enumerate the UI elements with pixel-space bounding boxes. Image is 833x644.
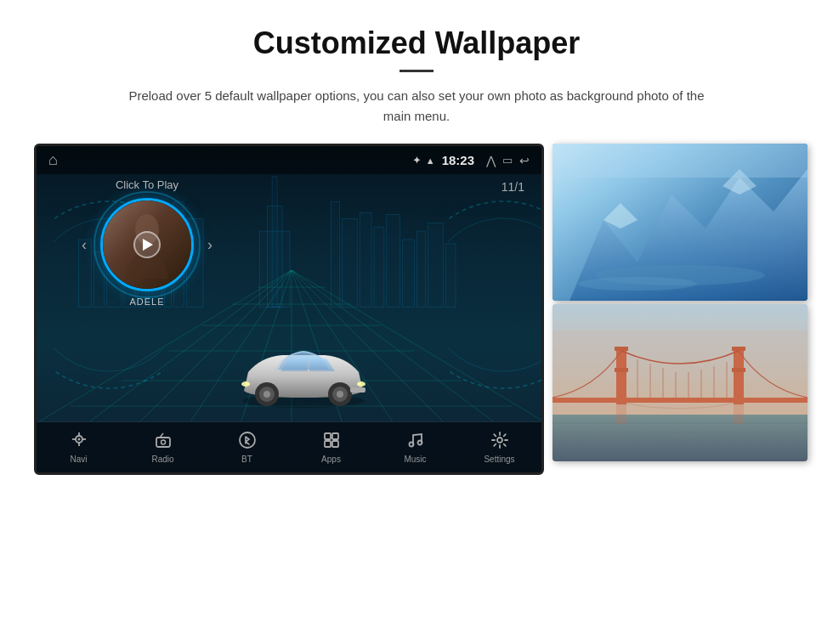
svg-rect-88 xyxy=(732,347,745,351)
svg-point-46 xyxy=(264,391,270,398)
nav-item-music[interactable]: Music xyxy=(373,431,457,464)
page-container: Customized Wallpaper Preload over 5 defa… xyxy=(0,0,833,492)
svg-rect-98 xyxy=(616,403,626,424)
music-icon xyxy=(406,431,425,452)
svg-point-40 xyxy=(448,201,544,388)
svg-rect-83 xyxy=(552,398,808,403)
svg-rect-86 xyxy=(615,368,628,372)
home-icon[interactable]: ⌂ xyxy=(48,151,58,169)
car-svg xyxy=(231,340,376,416)
bottom-nav: Navi Radio xyxy=(37,421,541,472)
music-panel: Click To Play xyxy=(71,178,224,307)
svg-rect-99 xyxy=(734,403,744,424)
title-divider xyxy=(400,70,434,72)
bluetooth-icon: ✦ xyxy=(412,154,422,167)
svg-rect-65 xyxy=(325,441,331,447)
nav-item-bt[interactable]: BT xyxy=(205,431,289,464)
status-bar: ⌂ ✦ ▲ 18:23 ⋀ ▭ ↩ xyxy=(37,146,541,174)
settings-icon xyxy=(490,431,509,452)
nav-item-apps[interactable]: Apps xyxy=(289,431,373,464)
nav-item-settings[interactable]: Settings xyxy=(457,431,541,464)
svg-point-69 xyxy=(497,438,502,443)
car-screen-wrapper: ⌂ ✦ ▲ 18:23 ⋀ ▭ ↩ Click To xyxy=(34,144,561,475)
bt-label: BT xyxy=(241,455,252,464)
svg-point-51 xyxy=(241,381,250,387)
page-title: Customized Wallpaper xyxy=(34,25,799,61)
svg-rect-63 xyxy=(325,433,331,439)
svg-rect-85 xyxy=(615,347,628,351)
play-icon xyxy=(143,239,153,251)
svg-point-73 xyxy=(578,277,697,291)
svg-point-50 xyxy=(357,381,366,387)
svg-point-49 xyxy=(337,391,343,398)
radio-icon xyxy=(154,431,173,452)
prev-button[interactable]: ‹ xyxy=(82,236,87,254)
svg-rect-89 xyxy=(732,368,745,372)
date-display: 11/1 xyxy=(502,180,524,194)
navi-icon xyxy=(70,431,88,452)
subtitle-text: Preload over 5 default wallpaper options… xyxy=(119,86,714,127)
time-display: 18:23 xyxy=(442,153,474,167)
window-icon[interactable]: ▭ xyxy=(502,154,513,167)
content-area: ⌂ ✦ ▲ 18:23 ⋀ ▭ ↩ Click To xyxy=(34,144,799,475)
play-button[interactable] xyxy=(133,231,161,258)
bridge-thumbnail[interactable] xyxy=(552,304,808,461)
music-label: Music xyxy=(404,455,426,464)
ice-thumbnail[interactable] xyxy=(552,144,808,301)
wifi-icon: ▲ xyxy=(426,155,435,166)
status-right: ✦ ▲ 18:23 ⋀ ▭ ↩ xyxy=(412,153,530,167)
click-to-play-label: Click To Play xyxy=(116,178,178,191)
back-icon[interactable]: ↩ xyxy=(519,154,530,167)
settings-label: Settings xyxy=(484,455,514,464)
navi-label: Navi xyxy=(70,455,87,464)
svg-point-68 xyxy=(417,441,422,445)
svg-rect-52 xyxy=(350,387,366,393)
expand-icon[interactable]: ⋀ xyxy=(486,154,496,167)
album-circle xyxy=(100,198,194,291)
next-button[interactable]: › xyxy=(207,236,212,254)
svg-rect-79 xyxy=(552,415,808,461)
apps-label: Apps xyxy=(321,455,341,464)
nav-item-navi[interactable]: Navi xyxy=(37,431,121,464)
bt-icon xyxy=(238,431,257,452)
apps-icon xyxy=(322,431,341,452)
svg-point-60 xyxy=(161,440,165,444)
svg-point-58 xyxy=(77,438,80,441)
radio-label: Radio xyxy=(151,455,173,464)
svg-rect-59 xyxy=(156,438,170,447)
right-dial xyxy=(448,184,544,405)
svg-rect-64 xyxy=(332,433,338,439)
title-section: Customized Wallpaper Preload over 5 defa… xyxy=(34,25,799,127)
car-center xyxy=(231,340,376,420)
svg-rect-66 xyxy=(332,441,338,447)
svg-rect-76 xyxy=(552,144,808,178)
nav-item-radio[interactable]: Radio xyxy=(121,431,205,464)
svg-point-41 xyxy=(448,218,544,371)
thumbnails-column xyxy=(552,144,808,461)
svg-point-67 xyxy=(409,443,413,447)
status-icons: ✦ ▲ xyxy=(412,154,435,167)
car-screen: ⌂ ✦ ▲ 18:23 ⋀ ▭ ↩ Click To xyxy=(34,144,544,475)
svg-rect-78 xyxy=(552,330,808,381)
album-art-container[interactable]: ‹ › xyxy=(100,198,194,291)
status-left: ⌂ xyxy=(48,151,58,169)
